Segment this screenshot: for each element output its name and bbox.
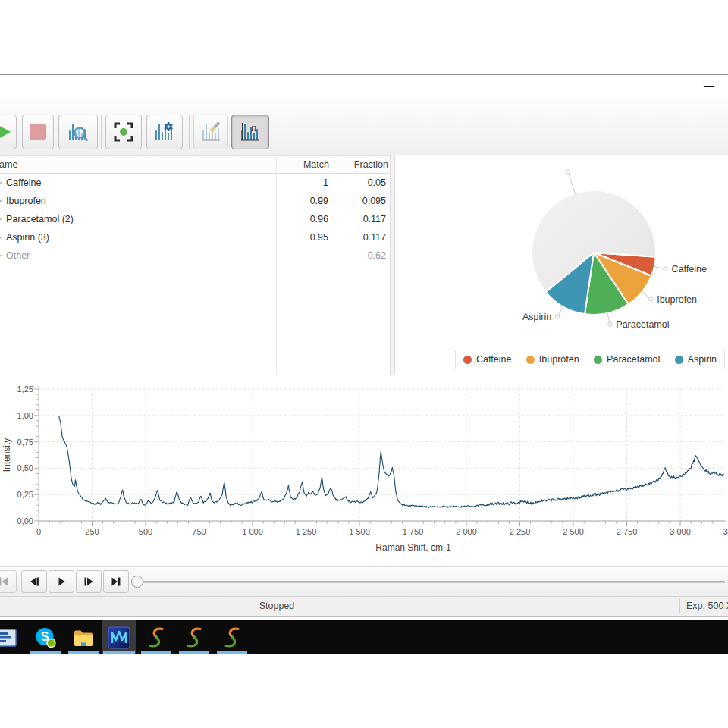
svg-text:0: 0 — [36, 527, 41, 536]
svg-text:0,25: 0,25 — [17, 490, 33, 499]
raman-app-icon — [221, 626, 243, 649]
taskbar-app-raman-app[interactable] — [215, 620, 249, 654]
legend-item-ibuprofen[interactable]: Ibuprofen — [526, 354, 579, 365]
stop-button[interactable] — [22, 115, 54, 149]
row-marker — [0, 218, 2, 220]
taskbar-app-file-explorer[interactable] — [67, 620, 100, 654]
skip-start-button[interactable] — [0, 570, 17, 593]
svg-text:2 000: 2 000 — [456, 527, 477, 536]
table-row[interactable]: Ibuprofen0.990.095 — [0, 192, 390, 210]
spectrum-line — [59, 416, 724, 507]
row-match: 0.99 — [276, 192, 328, 210]
status-exposure-label: Exp. 500 X — [686, 597, 728, 616]
svg-text:750: 750 — [192, 527, 206, 536]
spectrum-gear-icon — [152, 121, 177, 143]
legend-item-aspirin[interactable]: Aspirin — [675, 354, 717, 365]
spectrum-chart: 02505007501 0001 2501 5001 7502 0002 250… — [0, 375, 728, 566]
file-explorer-icon — [72, 626, 95, 649]
row-fraction: 0.117 — [334, 210, 386, 228]
spectrum-search-icon — [66, 121, 90, 143]
toolbar: n — [0, 96, 728, 156]
table-row[interactable]: Aspirin (3)0.950.117 — [0, 228, 390, 246]
svg-text:n: n — [251, 121, 257, 133]
column-header-name[interactable]: Name — [0, 156, 17, 173]
results-table: Name Match Fraction Caffeine10.05Ibuprof… — [0, 155, 391, 375]
svg-text:2 750: 2 750 — [617, 527, 638, 536]
spectrum-normalize-button[interactable]: n — [231, 115, 269, 149]
row-marker — [0, 200, 2, 202]
panel-splitter[interactable] — [390, 155, 395, 375]
taskbar-app-raman-app[interactable] — [140, 620, 173, 654]
timeline-slider-thumb[interactable] — [131, 576, 143, 588]
results-table-header: Name Match Fraction — [0, 155, 390, 174]
timeline-slider-track[interactable] — [133, 581, 725, 583]
play-small-icon — [55, 576, 67, 588]
minimize-button[interactable]: — — [695, 77, 723, 94]
y-axis-title: Intensity — [2, 438, 12, 472]
step-back-button[interactable] — [21, 570, 47, 593]
row-match: 0.96 — [276, 210, 328, 228]
skip-end-button[interactable] — [103, 570, 129, 593]
row-name: Caffeine — [6, 174, 41, 192]
row-match: — — [276, 246, 328, 265]
row-fraction: 0.62 — [334, 246, 386, 265]
spectrum-settings-button[interactable] — [146, 115, 183, 149]
svg-text:1 000: 1 000 — [242, 527, 263, 536]
spectrum-clean-button[interactable] — [193, 115, 228, 149]
legend-label: Aspirin — [688, 354, 717, 365]
step-back-icon — [28, 576, 40, 588]
legend-item-caffeine[interactable]: Caffeine — [463, 354, 511, 365]
svg-text:3 250: 3 250 — [723, 527, 728, 536]
auto-focus-button[interactable] — [105, 115, 142, 149]
stop-icon — [27, 121, 49, 143]
svg-text:0,50: 0,50 — [17, 463, 33, 472]
taskbar-app-spectra-app[interactable] — [102, 620, 136, 654]
column-header-fraction[interactable]: Fraction — [334, 156, 388, 173]
svg-text:1,25: 1,25 — [17, 384, 33, 394]
svg-text:3 000: 3 000 — [670, 527, 691, 536]
row-marker — [0, 255, 2, 256]
spectrum-chart-panel: 02505007501 0001 2501 5001 7502 0002 250… — [0, 375, 728, 566]
svg-text:500: 500 — [139, 527, 152, 536]
table-row[interactable]: Other—0.62 — [0, 246, 390, 265]
taskbar-app-skype[interactable]: S — [29, 620, 62, 654]
legend-swatch — [594, 356, 602, 364]
pie-label: Paracetamol — [616, 319, 669, 330]
running-indicator — [141, 651, 171, 654]
skip-start-icon — [0, 576, 10, 588]
raman-app-icon — [145, 626, 168, 649]
legend-swatch — [675, 356, 683, 364]
legend-label: Paracetamol — [607, 354, 660, 365]
step-forward-button[interactable] — [76, 570, 102, 593]
running-indicator — [68, 651, 99, 654]
row-match: 1 — [276, 174, 328, 192]
step-forward-icon — [83, 576, 95, 588]
row-name: Other — [6, 246, 30, 265]
run-button[interactable] — [0, 115, 17, 149]
svg-text:2 250: 2 250 — [510, 527, 531, 536]
column-header-match[interactable]: Match — [276, 156, 329, 173]
legend-item-paracetamol[interactable]: Paracetamol — [594, 354, 660, 365]
spectrum-search-button[interactable] — [58, 115, 98, 149]
composition-pie-panel: CaffeineIbuprofenParacetamolAspirin Caff… — [395, 155, 728, 375]
legend-swatch — [526, 356, 535, 364]
pie-label: Ibuprofen — [657, 294, 697, 305]
pie-chart: CaffeineIbuprofenParacetamolAspirin — [395, 155, 728, 348]
table-row[interactable]: Caffeine10.05 — [0, 174, 390, 192]
play-button[interactable] — [49, 570, 74, 593]
focus-target-icon — [111, 120, 136, 144]
svg-text:1 500: 1 500 — [349, 527, 370, 536]
taskbar-app-raman-app[interactable] — [177, 620, 211, 654]
row-marker — [0, 237, 2, 238]
window-titlebar — [0, 75, 728, 96]
pie-label: Caffeine — [672, 264, 707, 275]
svg-text:250: 250 — [85, 527, 99, 536]
taskbar-app-window-list[interactable] — [0, 620, 21, 654]
table-row[interactable]: Paracetamol (2)0.960.117 — [0, 210, 390, 228]
raman-app-icon — [183, 626, 206, 649]
running-indicator — [217, 651, 247, 654]
toolbar-separator — [189, 115, 190, 149]
row-fraction: 0.117 — [334, 228, 386, 246]
window-list-icon — [0, 627, 17, 648]
taskbar: S ENG 1 — [0, 620, 728, 654]
